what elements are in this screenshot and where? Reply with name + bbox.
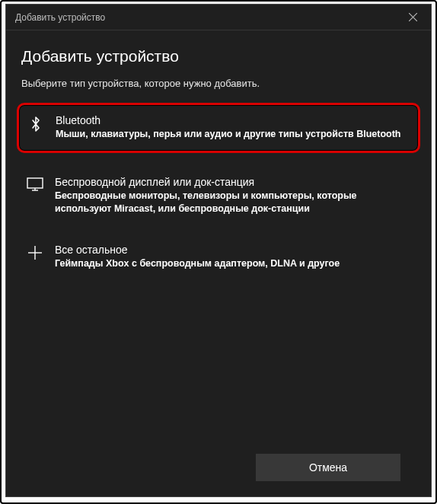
device-type-option-list: Bluetooth Мыши, клавиатуры, перья или ау… [21, 109, 416, 275]
titlebar: Добавить устройство [6, 5, 431, 30]
page-subtext: Выберите тип устройства, которое нужно д… [21, 78, 416, 89]
page-title: Добавить устройство [21, 47, 416, 65]
close-button[interactable] [402, 7, 423, 28]
titlebar-title: Добавить устройство [15, 12, 105, 23]
option-wireless-desc: Беспроводные мониторы, телевизоры и комп… [55, 190, 411, 216]
option-bluetooth-desc: Мыши, клавиатуры, перья или аудио и друг… [56, 128, 410, 142]
option-other-title: Все остальное [55, 244, 411, 256]
plus-icon [26, 244, 44, 265]
option-everything-else[interactable]: Все остальное Геймпады Xbox с беспроводн… [21, 239, 416, 276]
bluetooth-icon [27, 114, 45, 136]
option-bluetooth-title: Bluetooth [56, 114, 410, 126]
svg-rect-2 [27, 178, 43, 188]
close-icon [409, 13, 417, 21]
option-other-desc: Геймпады Xbox с беспроводным адаптером, … [55, 257, 411, 271]
option-wireless-display[interactable]: Беспроводной дисплей или док-станция Бес… [21, 171, 416, 221]
option-bluetooth[interactable]: Bluetooth Мыши, клавиатуры, перья или ау… [17, 103, 420, 153]
cancel-button[interactable]: Отмена [256, 454, 400, 481]
add-device-dialog: Добавить устройство Добавить устройство … [5, 4, 432, 497]
option-wireless-title: Беспроводной дисплей или док-станция [55, 176, 411, 188]
monitor-icon [26, 176, 44, 197]
